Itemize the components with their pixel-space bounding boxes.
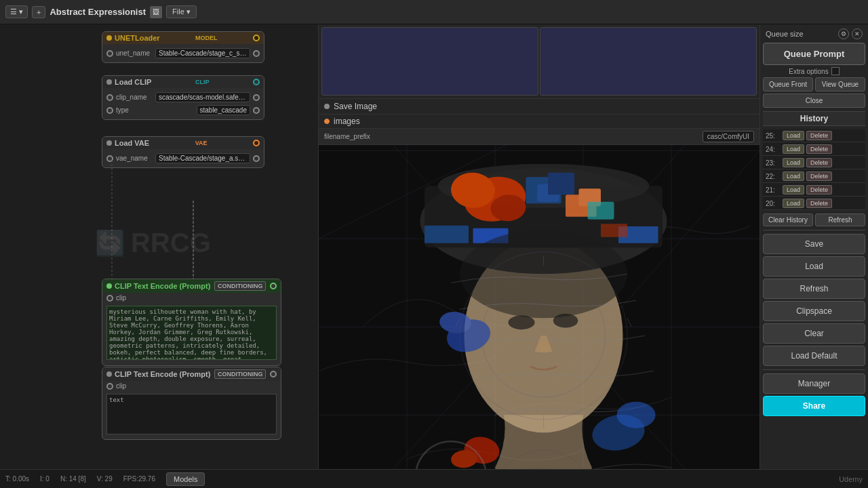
extra-options-checkbox[interactable] [831, 67, 840, 75]
share-label: Share [803, 401, 825, 411]
history-num-22: 22: [766, 173, 781, 180]
udemy-logo: Udemy [839, 475, 863, 483]
menu-button[interactable]: ☰ ▾ [5, 5, 28, 18]
close-icon[interactable]: ✕ [852, 28, 863, 39]
clip-text-encode2-header: CLIP Text Encode (Prompt) CONDITIONING [102, 367, 281, 381]
clip-type-value: stable_cascade [197, 105, 251, 115]
model-badge: MODEL [195, 35, 218, 41]
history-num-25: 25: [766, 132, 781, 140]
queue-icons: ⚙ ✕ [838, 28, 863, 39]
refresh-button[interactable]: Refresh [763, 279, 865, 299]
load-vae-header: Load VAE VAE [102, 137, 264, 149]
history-load-24[interactable]: Load [783, 144, 804, 154]
image-icon: 🖼 [150, 6, 162, 18]
history-delete-23[interactable]: Delete [806, 158, 832, 167]
menu-icon: ☰ [10, 7, 17, 16]
queue-size-label: Queue size [766, 30, 804, 38]
clipspace-button[interactable]: Clipspace [763, 301, 865, 321]
unet-port-right[interactable] [253, 50, 260, 57]
history-load-21[interactable]: Load [783, 185, 804, 195]
close-label: Close [806, 97, 823, 104]
queue-size-row: Queue size ⚙ ✕ [763, 27, 865, 41]
model-port-right[interactable] [253, 35, 260, 41]
queue-prompt-button[interactable]: Queue Prompt [763, 43, 865, 65]
encode2-port-right[interactable] [270, 371, 277, 378]
unet-loader-body: unet_name Stable-Cascade/stage_c_safeten… [102, 44, 264, 62]
encode1-clip-port[interactable] [106, 295, 113, 302]
save-button[interactable]: Save [763, 234, 865, 254]
fps-stat: FPS:29.76 [123, 475, 155, 483]
clip-name-row: clip_name scascade/scas-model.safetensor… [102, 91, 264, 104]
history-delete-24[interactable]: Delete [806, 144, 832, 154]
vae-badge: VAE [195, 140, 208, 146]
dropdown-icon: ▾ [19, 7, 23, 16]
unet-loader-title: UNETLoader [115, 34, 160, 42]
queue-front-button[interactable]: Queue Front [763, 77, 813, 92]
clip-text-encode1-header: CLIP Text Encode (Prompt) CONDITIONING [102, 279, 281, 293]
load-clip-header: Load CLIP CLIP [102, 76, 264, 88]
vae-port-right[interactable] [253, 140, 260, 146]
history-item-20: 20: Load Delete [763, 197, 865, 210]
clip-type-port-left[interactable] [106, 107, 113, 114]
filename-value-badge: casc/ComfyUI [703, 131, 754, 142]
encode2-clip-port[interactable] [106, 383, 113, 390]
load-button[interactable]: Load [763, 256, 865, 277]
portrait-svg: RR RRCG 人人素材 [319, 145, 760, 469]
clear-button[interactable]: Clear [763, 323, 865, 344]
clip-text-encode1-node: CLIP Text Encode (Prompt) CONDITIONING c… [102, 279, 281, 366]
history-load-20[interactable]: Load [783, 199, 804, 208]
history-load-23[interactable]: Load [783, 158, 804, 167]
main-image-area: RR RRCG 人人素材 [319, 145, 760, 469]
clip-text-encode1-body[interactable]: mysterious silhouette woman with hat, by… [102, 303, 281, 365]
unet-name-row: unet_name Stable-Cascade/stage_c_safeten… [102, 47, 264, 60]
encode1-port-right[interactable] [270, 283, 277, 289]
encode2-clip-label: clip [116, 382, 277, 390]
clip-text-encode2-body[interactable]: text [102, 391, 281, 439]
clip-port-right[interactable] [253, 79, 260, 85]
clip-text-encode2-textarea[interactable]: text [106, 394, 277, 434]
refresh-history-button[interactable]: Refresh [815, 214, 865, 226]
models-button[interactable]: Models [166, 472, 205, 486]
load-vae-body: vae_name Stable-Cascade/stage_a.safetens… [102, 149, 264, 167]
portrait-background: RR RRCG 人人素材 [319, 145, 760, 469]
unet-loader-header: UNETLoader MODEL [102, 32, 264, 44]
history-load-22[interactable]: Load [783, 171, 804, 181]
manager-button[interactable]: Manager [763, 373, 865, 394]
clip-text-encode2-title: CLIP Text Encode (Prompt) [115, 370, 210, 378]
clear-history-button[interactable]: Clear History [763, 214, 813, 226]
view-queue-button[interactable]: View Queue [815, 77, 865, 92]
settings-icon[interactable]: ⚙ [838, 28, 849, 39]
clip-type-port-right[interactable] [253, 107, 260, 114]
history-delete-21[interactable]: Delete [806, 185, 832, 195]
clip-name-port-right[interactable] [253, 94, 260, 101]
queue-sub-btn-row: Queue Front View Queue [763, 77, 865, 92]
clip-name-port-left[interactable] [106, 94, 113, 101]
history-action-row: Clear History Refresh [763, 214, 865, 226]
history-title: History [763, 111, 865, 126]
load-clip-title: Load CLIP [115, 78, 151, 86]
vae-name-row: vae_name Stable-Cascade/stage_a.safetens… [102, 152, 264, 165]
vae-name-port-left[interactable] [106, 155, 113, 162]
vae-name-port-right[interactable] [253, 155, 260, 162]
preview-thumb-2[interactable] [540, 27, 757, 96]
unet-port-left[interactable] [106, 50, 113, 57]
history-delete-22[interactable]: Delete [806, 171, 832, 181]
history-item-25: 25: Load Delete [763, 129, 865, 142]
history-load-25[interactable]: Load [783, 131, 804, 140]
manager-label: Manager [798, 379, 830, 388]
vae-name-value: Stable-Cascade/stage_a.safetensors [155, 153, 250, 163]
history-delete-20[interactable]: Delete [806, 199, 832, 208]
load-default-button[interactable]: Load Default [763, 346, 865, 366]
clip-text-encode1-textarea[interactable]: mysterious silhouette woman with hat, by… [106, 306, 277, 360]
file-menu-button[interactable]: File ▾ [166, 5, 197, 18]
history-num-24: 24: [766, 146, 781, 153]
add-node-button[interactable]: + [32, 6, 45, 18]
share-button[interactable]: Share [763, 396, 865, 416]
close-button[interactable]: Close [763, 94, 865, 108]
preview-thumb-1[interactable] [321, 27, 538, 96]
queue-front-label: Queue Front [769, 81, 807, 88]
load-vae-node: Load VAE VAE vae_name Stable-Cascade/sta… [102, 136, 264, 168]
models-label: Models [174, 475, 197, 483]
refresh-history-label: Refresh [828, 216, 852, 224]
history-delete-25[interactable]: Delete [806, 131, 832, 140]
